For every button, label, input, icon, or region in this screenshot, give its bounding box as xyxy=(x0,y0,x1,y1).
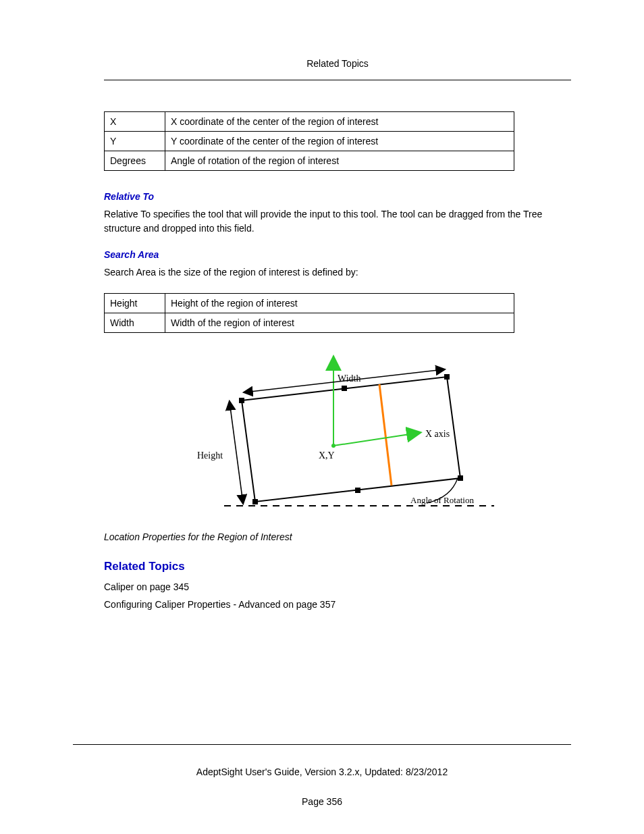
label-angle: Angle of Rotation xyxy=(410,495,474,505)
x-axis-arrow xyxy=(333,433,419,446)
running-header: Related Topics xyxy=(104,58,571,69)
cell-key: Degrees xyxy=(105,151,165,171)
section-heading-related-topics: Related Topics xyxy=(104,560,571,573)
header-rule xyxy=(104,80,571,80)
cell-key: Width xyxy=(105,313,165,333)
footer-text: AdeptSight User's Guide, Version 3.2.x, … xyxy=(73,766,571,777)
cell-val: Height of the region of interest xyxy=(165,294,514,313)
paragraph: Search Area is the size of the region of… xyxy=(104,265,571,280)
subheading-search-area: Search Area xyxy=(104,249,571,260)
document-page: Related Topics X X coordinate of the cen… xyxy=(0,0,644,834)
table-row: X X coordinate of the center of the regi… xyxy=(105,112,514,132)
figure-caption: Location Properties for the Region of In… xyxy=(104,531,571,542)
cell-val: Y coordinate of the center of the region… xyxy=(165,132,514,151)
label-xy: X,Y xyxy=(319,450,335,461)
height-dimension xyxy=(230,402,243,503)
related-link[interactable]: Caliper on page 345 xyxy=(104,581,571,592)
handle-icon xyxy=(444,374,450,380)
handle-icon xyxy=(342,386,347,391)
table-row: Width Width of the region of interest xyxy=(105,313,514,333)
cell-key: Y xyxy=(105,132,165,151)
cell-key: Height xyxy=(105,294,165,313)
coordinates-table: X X coordinate of the center of the regi… xyxy=(104,111,514,171)
paragraph: Relative To specifies the tool that will… xyxy=(104,207,571,236)
roi-diagram: Width Height X,Y X axis Angle of Rotatio… xyxy=(177,353,498,522)
related-link[interactable]: Configuring Caliper Properties - Advance… xyxy=(104,599,571,610)
table-row: Degrees Angle of rotation of the region … xyxy=(105,151,514,171)
label-height: Height xyxy=(197,450,223,461)
label-width: Width xyxy=(338,373,360,384)
footer-rule xyxy=(73,744,571,745)
cell-val: Width of the region of interest xyxy=(165,313,514,333)
cell-val: X coordinate of the center of the region… xyxy=(165,112,514,132)
handle-icon xyxy=(355,488,360,493)
search-line xyxy=(379,384,392,486)
table-row: Y Y coordinate of the center of the regi… xyxy=(105,132,514,151)
label-xaxis: X axis xyxy=(425,429,450,439)
page-number: Page 356 xyxy=(73,796,571,807)
subheading-relative-to: Relative To xyxy=(104,191,571,202)
roi-rectangle xyxy=(242,377,460,502)
handle-icon xyxy=(239,398,244,403)
table-row: Height Height of the region of interest xyxy=(105,294,514,313)
handle-icon xyxy=(252,499,258,504)
search-area-table: Height Height of the region of interest … xyxy=(104,293,514,333)
cell-key: X xyxy=(105,112,165,132)
cell-val: Angle of rotation of the region of inter… xyxy=(165,151,514,171)
handle-icon xyxy=(458,475,463,481)
page-footer: AdeptSight User's Guide, Version 3.2.x, … xyxy=(73,744,571,807)
